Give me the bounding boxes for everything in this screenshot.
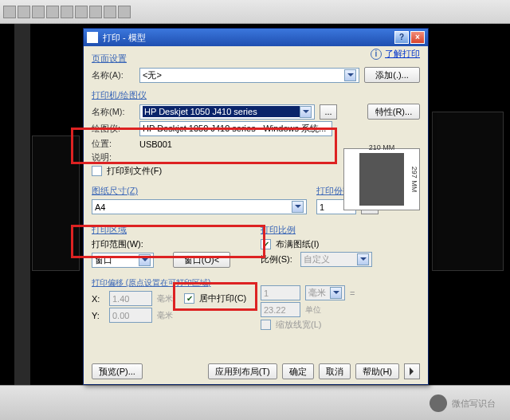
y-unit: 毫米 — [157, 310, 173, 321]
paper-preview: 210 MM 297 MM — [343, 148, 420, 210]
dropdown-arrow-icon — [330, 287, 342, 299]
dialog-title: 打印 - 模型 — [103, 32, 146, 44]
close-button[interactable]: × — [410, 31, 425, 44]
print-to-file-checkbox[interactable] — [92, 166, 102, 176]
add-button[interactable]: 添加(.)... — [364, 67, 420, 83]
toolbar-icon[interactable] — [32, 6, 45, 18]
x-label: X: — [92, 294, 104, 304]
center-print-label: 居中打印(C) — [199, 292, 246, 304]
apply-layout-button[interactable]: 应用到布局(T) — [208, 363, 277, 379]
learn-print-link[interactable]: 了解打印 — [385, 48, 420, 60]
printer-title: 打印机/绘图仪 — [92, 89, 420, 101]
paper-size-select[interactable]: A4 — [92, 199, 307, 214]
toolbar-icon[interactable] — [118, 6, 131, 18]
properties-button[interactable]: 特性(R)... — [367, 104, 420, 120]
cad-drawing-panel — [32, 135, 80, 271]
print-range-value: 窗口 — [95, 254, 112, 266]
page-name-label: 名称(A): — [92, 69, 135, 81]
scale-lineweight-checkbox — [261, 320, 271, 330]
paper-size-title: 图纸尺寸(Z) — [92, 185, 307, 197]
cancel-button[interactable]: 取消 — [319, 363, 351, 379]
watermark-text: 微信写识台 — [452, 398, 496, 410]
scale-num2: 23.22 — [261, 302, 300, 317]
paper-width: 210 MM — [359, 143, 404, 151]
cad-drawing-panel — [432, 112, 504, 271]
help-button[interactable]: 帮助(H) — [355, 363, 399, 379]
y-offset-input: 0.00 — [109, 308, 152, 323]
page-name-select[interactable]: <无> — [139, 68, 359, 83]
center-print-checkbox[interactable]: ✔ — [184, 293, 194, 304]
paper-size-value: A4 — [95, 202, 105, 212]
titlebar[interactable]: 打印 - 模型 ? × — [84, 29, 428, 46]
toolbar-icon[interactable] — [3, 6, 16, 18]
scale-num1: 1 — [261, 285, 300, 300]
dropdown-arrow-icon — [139, 254, 151, 266]
toolbar-icon[interactable] — [61, 6, 73, 18]
printer-name-value: HP Deskjet 1050 J410 series — [143, 106, 300, 117]
app-icon — [87, 32, 98, 43]
location-label: 位置: — [92, 138, 135, 150]
app-toolbar — [0, 0, 510, 24]
unit2-label: 单位 — [305, 304, 321, 316]
location-value: USB001 — [139, 139, 172, 149]
info-icon[interactable]: i — [371, 49, 382, 60]
printer-select[interactable]: HP Deskjet 1050 J410 series — [139, 104, 315, 120]
paper-height: 297 MM — [410, 167, 418, 193]
page-name-value: <无> — [143, 69, 162, 81]
scale-value: 自定义 — [304, 253, 330, 265]
scale-label: 比例(S): — [261, 253, 296, 265]
ok-button[interactable]: 确定 — [282, 363, 314, 379]
offset-title: 打印偏移 (原点设置在可打印区域) — [92, 277, 251, 289]
print-range-select[interactable]: 窗口 — [92, 253, 154, 268]
dropdown-arrow-icon — [357, 253, 369, 265]
fit-to-paper-label: 布满图纸(I) — [276, 238, 319, 250]
y-label: Y: — [92, 311, 104, 320]
fit-to-paper-checkbox[interactable]: ✔ — [261, 239, 271, 249]
toolbar-icon[interactable] — [104, 6, 116, 18]
toolbar-icon[interactable] — [46, 6, 59, 18]
plotter-label: 绘图仪: — [92, 123, 135, 135]
watermark: 微信写识台 — [430, 394, 496, 412]
preview-button[interactable]: 预览(P)... — [92, 363, 143, 379]
printer-name-label: 名称(M): — [92, 106, 135, 118]
toolbar-icon[interactable] — [75, 6, 88, 18]
window-pick-button[interactable]: 窗口(O)< — [173, 252, 230, 268]
x-unit: 毫米 — [157, 293, 173, 304]
print-range-label: 打印范围(W): — [92, 238, 251, 250]
dropdown-arrow-icon — [292, 201, 304, 213]
scale-select: 自定义 — [300, 252, 372, 267]
help-titlebar-button[interactable]: ? — [394, 31, 409, 44]
toolbar-icon[interactable] — [89, 6, 102, 18]
cad-sidebar — [14, 24, 30, 385]
x-offset-input: 1.40 — [109, 291, 152, 306]
unit1-select: 毫米 — [305, 285, 345, 300]
wechat-icon — [430, 394, 447, 412]
dropdown-arrow-icon — [300, 106, 312, 118]
plot-scale-title: 打印比例 — [261, 224, 420, 236]
print-dialog: 打印 - 模型 ? × i 了解打印 页面设置 名称(A): <无> 添加(.)… — [83, 28, 429, 385]
scale-lineweight-label: 缩放线宽(L) — [276, 319, 321, 331]
toolbar-icon[interactable] — [18, 6, 30, 18]
dropdown-arrow-icon — [344, 69, 356, 81]
description-label: 说明: — [92, 151, 135, 163]
expand-button[interactable] — [404, 363, 420, 379]
print-to-file-label: 打印到文件(F) — [107, 165, 162, 177]
plotter-value: HP Deskjet 1050 J410 series - Windows 系统… — [139, 121, 332, 136]
browse-button[interactable]: ... — [320, 104, 337, 120]
print-area-title: 打印区域 — [92, 224, 251, 236]
